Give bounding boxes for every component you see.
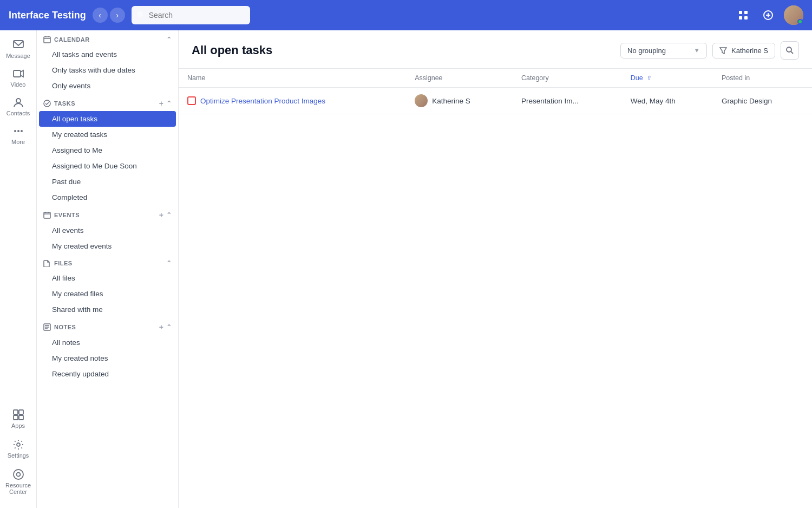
content-search-button[interactable]	[781, 41, 799, 60]
add-button[interactable]	[759, 6, 777, 24]
topbar-right	[734, 5, 803, 25]
sidebar-item-all-notes[interactable]: All notes	[39, 335, 176, 350]
col-due[interactable]: Due ⇧	[622, 69, 713, 88]
tasks-add-icon[interactable]: +	[159, 99, 164, 108]
sidebar-item-recently-updated[interactable]: Recently updated	[39, 366, 176, 382]
sidebar-item-apps[interactable]: Apps	[2, 405, 35, 433]
tasks-section-header: TASKS + ⌃	[37, 94, 178, 111]
more-icon	[12, 125, 24, 137]
tasks-table: Name Assignee Category Due ⇧	[179, 69, 812, 114]
sidebar-item-my-created-files[interactable]: My created files	[39, 286, 176, 302]
svg-rect-16	[19, 415, 23, 420]
assignee-name: Katherine S	[432, 97, 470, 105]
sidebar-item-all-tasks-events[interactable]: All tasks and events	[39, 47, 176, 62]
calendar-collapse-icon[interactable]: ⌃	[166, 36, 172, 43]
resource-center-label: Resource Center	[4, 482, 32, 495]
task-posted-in-cell: Graphic Design	[713, 88, 812, 114]
task-assignee-cell: Katherine S	[406, 88, 513, 114]
sidebar-item-completed[interactable]: Completed	[39, 190, 176, 205]
sidebar-item-only-tasks-due-dates[interactable]: Only tasks with due dates	[39, 62, 176, 78]
more-label: More	[11, 139, 25, 145]
svg-rect-8	[14, 70, 21, 77]
svg-rect-13	[14, 410, 18, 414]
col-posted-in: Posted in	[713, 69, 812, 88]
notes-icon	[43, 323, 51, 331]
plus-icon	[763, 10, 774, 21]
col-category: Category	[513, 69, 622, 88]
table-header-row: Name Assignee Category Due ⇧	[179, 69, 812, 88]
sidebar-item-resource-center[interactable]: Resource Center	[2, 464, 35, 499]
files-icon	[43, 259, 51, 267]
events-section-label: EVENTS	[54, 212, 80, 218]
apps-grid-button[interactable]	[734, 6, 752, 24]
sidebar-item-past-due[interactable]: Past due	[39, 174, 176, 190]
task-name-link[interactable]: Optimize Presentation Product Images	[200, 97, 325, 105]
tasks-table-container: Name Assignee Category Due ⇧	[179, 69, 812, 508]
task-checkbox[interactable]	[187, 96, 196, 105]
icon-bar: Message Video Contacts More	[0, 30, 37, 508]
icon-bar-bottom: Apps Settings Resource Center	[2, 405, 35, 504]
page-title: All open tasks	[192, 43, 272, 57]
svg-point-17	[17, 443, 20, 446]
sidebar-item-contacts[interactable]: Contacts	[2, 92, 35, 121]
svg-rect-7	[14, 41, 23, 48]
events-add-icon[interactable]: +	[159, 211, 164, 219]
events-calendar-icon	[43, 211, 51, 219]
sidebar-item-shared-with-me[interactable]: Shared with me	[39, 302, 176, 317]
settings-icon	[12, 439, 24, 451]
notes-section-header: NOTES + ⌃	[37, 317, 178, 335]
nav-buttons: ‹ ›	[93, 8, 125, 23]
forward-button[interactable]: ›	[110, 8, 125, 23]
sidebar-item-all-events[interactable]: All events	[39, 223, 176, 238]
notes-section-label: NOTES	[54, 324, 76, 330]
svg-point-34	[787, 47, 791, 52]
message-icon	[12, 39, 24, 51]
content-search-icon	[785, 46, 794, 55]
user-avatar[interactable]	[784, 5, 803, 25]
svg-rect-15	[14, 415, 18, 420]
filter-icon	[719, 47, 727, 54]
sidebar-item-message[interactable]: Message	[2, 35, 35, 63]
grouping-dropdown[interactable]: No grouping ▼	[620, 43, 707, 58]
sidebar-item-assigned-to-me[interactable]: Assigned to Me	[39, 142, 176, 158]
files-collapse-icon[interactable]: ⌃	[166, 259, 172, 267]
sidebar-item-assigned-to-me-due-soon[interactable]: Assigned to Me Due Soon	[39, 158, 176, 174]
online-indicator	[797, 19, 803, 24]
col-name: Name	[179, 69, 406, 88]
settings-label: Settings	[8, 452, 29, 459]
svg-rect-14	[19, 410, 23, 414]
svg-line-35	[791, 51, 793, 54]
notes-collapse-icon[interactable]: ⌃	[166, 323, 172, 331]
task-name-cell: Optimize Presentation Product Images	[179, 88, 406, 114]
sidebar-item-all-open-tasks[interactable]: All open tasks	[39, 111, 176, 127]
svg-point-18	[14, 470, 23, 479]
sidebar: CALENDAR ⌃ All tasks and events Only tas…	[37, 30, 179, 508]
search-input[interactable]	[132, 6, 250, 24]
tasks-collapse-icon[interactable]: ⌃	[166, 100, 172, 107]
notes-add-icon[interactable]: +	[159, 323, 164, 331]
col-assignee: Assignee	[406, 69, 513, 88]
sidebar-item-settings[interactable]: Settings	[2, 434, 35, 463]
svg-rect-20	[44, 37, 50, 43]
sidebar-item-all-files[interactable]: All files	[39, 270, 176, 286]
sidebar-item-my-created-events[interactable]: My created events	[39, 238, 176, 254]
content-controls: No grouping ▼ Katherine S	[620, 41, 799, 60]
sidebar-item-my-created-notes[interactable]: My created notes	[39, 350, 176, 366]
resource-center-icon	[12, 468, 24, 480]
chevron-down-icon: ▼	[693, 47, 700, 54]
content-area: All open tasks No grouping ▼ Katherine S	[179, 30, 812, 508]
sort-arrow-icon: ⇧	[647, 75, 652, 82]
svg-point-11	[17, 130, 19, 132]
svg-rect-3	[744, 16, 748, 19]
svg-point-12	[21, 130, 23, 132]
svg-point-10	[14, 130, 16, 132]
back-button[interactable]: ‹	[93, 8, 108, 23]
filter-button[interactable]: Katherine S	[712, 43, 775, 58]
sidebar-item-video[interactable]: Video	[2, 63, 35, 92]
svg-rect-0	[739, 11, 742, 14]
events-collapse-icon[interactable]: ⌃	[166, 211, 172, 219]
sidebar-item-only-events[interactable]: Only events	[39, 78, 176, 94]
sidebar-item-my-created-tasks[interactable]: My created tasks	[39, 127, 176, 142]
sidebar-item-more[interactable]: More	[2, 121, 35, 149]
tasks-icon	[43, 100, 51, 107]
